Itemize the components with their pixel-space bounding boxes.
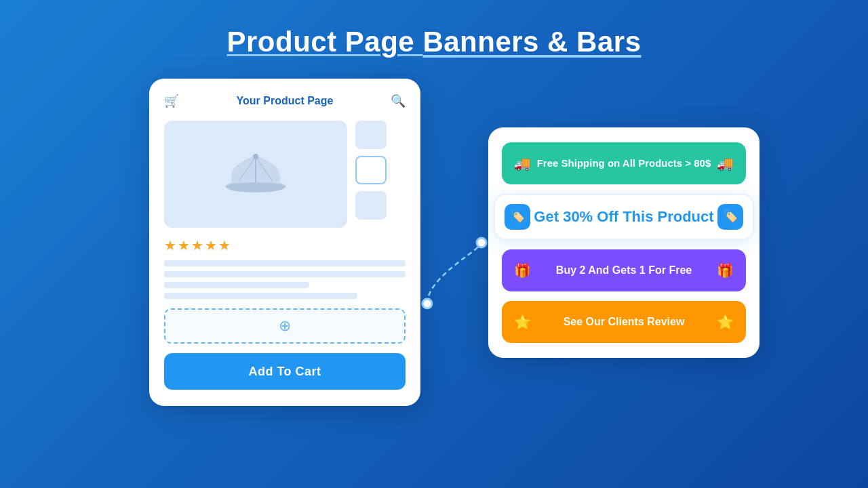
connector-svg [414, 155, 495, 331]
svg-point-1 [253, 154, 258, 159]
discount-badge-left: 🏷️ [505, 204, 530, 230]
main-content: 🛒 Your Product Page 🔍 [0, 79, 868, 406]
review-text: See Our Clients Review [531, 316, 717, 328]
product-area [164, 121, 406, 228]
gift-icon-left: 🎁 [514, 262, 531, 279]
add-banner-icon: ⊕ [279, 317, 291, 335]
gift-icon-right: 🎁 [717, 262, 734, 279]
connector [414, 155, 495, 331]
product-stars: ★★★★★ [164, 237, 406, 253]
banners-panel: 🚚 Free Shipping on All Products > 80$ 🚚 … [488, 127, 760, 358]
hat-illustration [218, 147, 293, 201]
search-icon: 🔍 [391, 94, 406, 108]
thumb-1 [355, 121, 387, 149]
shipping-text: Free Shipping on All Products > 80$ [531, 157, 717, 169]
discount-text: Get 30% Off This Product [530, 208, 717, 226]
product-mockup: 🛒 Your Product Page 🔍 [149, 79, 420, 406]
mockup-header-title: Your Product Page [237, 95, 334, 107]
thumb-3 [355, 191, 387, 220]
thumb-2 [355, 156, 387, 184]
page-title: Product Page Banners & Bars [226, 26, 641, 58]
discount-badge-icon-right: 🏷️ [724, 209, 738, 224]
svg-point-3 [477, 238, 486, 247]
star-icon-right: ⭐ [717, 314, 734, 330]
banner-shipping: 🚚 Free Shipping on All Products > 80$ 🚚 [502, 142, 746, 184]
desc-line-2 [164, 271, 406, 277]
shipping-icon-left: 🚚 [514, 155, 531, 171]
mockup-header: 🛒 Your Product Page 🔍 [164, 94, 406, 108]
banner-slot: ⊕ [164, 308, 406, 344]
discount-badge-right: 🏷️ [717, 204, 743, 230]
star-icon-left: ⭐ [514, 314, 531, 330]
product-image [164, 121, 347, 228]
buy2-text: Buy 2 And Gets 1 For Free [531, 264, 717, 277]
desc-line-4 [164, 293, 357, 299]
banner-buy2: 🎁 Buy 2 And Gets 1 For Free 🎁 [502, 249, 746, 291]
product-description-lines [164, 260, 406, 299]
thumbnails [355, 121, 387, 228]
svg-point-2 [422, 299, 432, 308]
banner-review: ⭐ See Our Clients Review ⭐ [502, 301, 746, 343]
discount-badge-icon-left: 🏷️ [511, 209, 525, 224]
desc-line-1 [164, 260, 406, 266]
shipping-icon-right: 🚚 [717, 155, 734, 171]
cart-icon: 🛒 [164, 94, 179, 108]
banner-discount-wrapper: 🏷️ Get 30% Off This Product 🏷️ [494, 194, 754, 240]
desc-line-3 [164, 282, 309, 288]
add-to-cart-button[interactable]: Add To Cart [164, 353, 406, 390]
banner-discount: 🏷️ Get 30% Off This Product 🏷️ [494, 194, 754, 240]
